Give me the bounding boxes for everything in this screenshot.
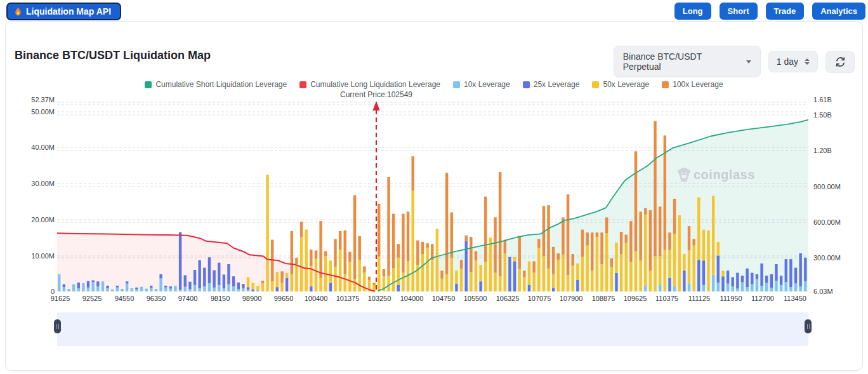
nav-button-analytics[interactable]: Analytics (812, 3, 865, 20)
current-price-label: Current Price:102549 (340, 90, 412, 99)
y-axis-right: 6.03M300.00M600.00M900.00M1.20B1.50B1.61… (813, 100, 858, 292)
y-right-tick: 600.00M (813, 218, 841, 226)
legend-item-100x-leverage[interactable]: 100x Leverage (662, 80, 723, 89)
nav-button-long[interactable]: Long (674, 3, 711, 20)
legend-swatch-icon (523, 81, 530, 88)
y-right-tick: 1.20B (813, 147, 832, 154)
top-nav: Liquidation Map API LongShortTradeAnalyt… (0, 0, 868, 22)
x-axis-tick: 103250 (368, 295, 391, 302)
legend-swatch-icon (662, 81, 669, 88)
pair-select[interactable]: Binance BTC/USDT Perpetual (614, 46, 761, 77)
legend-swatch-icon (145, 81, 152, 88)
x-axis-tick: 92525 (82, 295, 102, 302)
x-axis-tick: 110375 (655, 295, 678, 302)
x-axis-tick: 106325 (496, 295, 520, 302)
nav-buttons: LongShortTradeAnalytics (674, 3, 865, 20)
x-axis-tick: 101375 (336, 295, 360, 302)
badge-label: Liquidation Map API (26, 6, 111, 17)
x-axis-tick: 107075 (528, 295, 551, 302)
y-right-tick: 6.03M (813, 288, 833, 295)
x-axis-tick: 104000 (400, 295, 424, 302)
chart-plot-area[interactable] (57, 100, 808, 292)
y-left-tick: 10.00M (31, 252, 55, 260)
x-axis-tick: 107900 (560, 295, 583, 302)
chart-controls: Binance BTC/USDT Perpetual 1 day (614, 46, 855, 77)
y-left-tick: 30.00M (31, 180, 55, 187)
y-left-tick: 52.37M (31, 96, 55, 104)
legend-swatch-icon (299, 81, 306, 88)
legend-label: Cumulative Long Liquidation Leverage (310, 80, 440, 89)
liquidation-map-api-badge[interactable]: Liquidation Map API (6, 3, 121, 20)
page: Liquidation Map API LongShortTradeAnalyt… (0, 0, 868, 374)
range-slider-left-handle[interactable] (54, 319, 61, 333)
y-axis-left: 010.00M20.00M30.00M40.00M50.00M52.37M (19, 100, 55, 292)
x-axis-tick: 111950 (720, 295, 742, 302)
legend-item-cumulative-short-liquidation-leverage[interactable]: Cumulative Short Liquidation Leverage (145, 80, 287, 89)
range-slider-right-handle[interactable] (805, 319, 812, 333)
legend-item-50x-leverage[interactable]: 50x Leverage (592, 80, 649, 89)
refresh-button[interactable] (825, 51, 855, 73)
legend-swatch-icon (453, 81, 460, 88)
y-right-tick: 1.61B (813, 96, 832, 104)
y-left-tick: 20.00M (31, 216, 55, 224)
liquidation-chart-canvas[interactable] (57, 100, 808, 292)
x-axis-tick: 99650 (274, 295, 294, 302)
legend-label: Cumulative Short Liquidation Leverage (155, 80, 287, 89)
legend-item-cumulative-long-liquidation-leverage[interactable]: Cumulative Long Liquidation Leverage (299, 80, 440, 89)
y-left-tick: 50.00M (31, 108, 55, 116)
y-right-tick: 1.50B (813, 111, 832, 119)
x-axis-tick: 105500 (464, 295, 487, 302)
y-right-tick: 300.00M (813, 254, 841, 262)
legend-item-25x-leverage[interactable]: 25x Leverage (523, 80, 580, 89)
x-axis-tick: 97400 (178, 295, 198, 302)
range-slider-track[interactable] (57, 312, 808, 346)
x-axis-tick: 104750 (432, 295, 456, 302)
x-axis-tick: 91625 (51, 295, 70, 302)
x-axis-tick: 109625 (624, 295, 647, 302)
x-axis-tick: 112700 (751, 295, 774, 302)
refresh-icon (835, 57, 846, 67)
x-axis-tick: 94550 (115, 295, 135, 302)
interval-value: 1 day (777, 57, 798, 67)
x-axis-tick: 100400 (305, 295, 328, 302)
legend-label: 100x Leverage (673, 80, 723, 89)
stepper-icon (805, 58, 810, 65)
legend-label: 25x Leverage (534, 80, 580, 89)
flame-icon (13, 6, 23, 17)
legend-label: 50x Leverage (603, 80, 649, 89)
interval-select[interactable]: 1 day (768, 51, 818, 72)
legend-swatch-icon (592, 81, 599, 88)
y-left-tick: 40.00M (31, 144, 55, 151)
pair-select-value: Binance BTC/USDT Perpetual (623, 51, 730, 72)
chevron-down-icon (746, 60, 751, 63)
legend-item-10x-leverage[interactable]: 10x Leverage (453, 80, 510, 89)
y-right-tick: 900.00M (813, 183, 841, 190)
legend-label: 10x Leverage (464, 80, 510, 89)
nav-button-trade[interactable]: Trade (766, 3, 805, 20)
x-axis-tick: 98900 (242, 295, 262, 302)
x-axis-tick: 108875 (592, 295, 615, 302)
x-axis-tick: 111125 (688, 295, 710, 302)
nav-button-short[interactable]: Short (720, 3, 758, 20)
page-title: Binance BTC/USDT Liquidation Map (15, 49, 211, 62)
chart-legend: Cumulative Short Liquidation LeverageCum… (0, 80, 868, 89)
x-axis-tick: 96350 (147, 295, 166, 302)
x-axis-tick: 113450 (784, 295, 806, 302)
x-axis-tick: 98150 (211, 295, 230, 302)
x-axis: 9162592525945509635097400981509890099650… (57, 295, 808, 305)
